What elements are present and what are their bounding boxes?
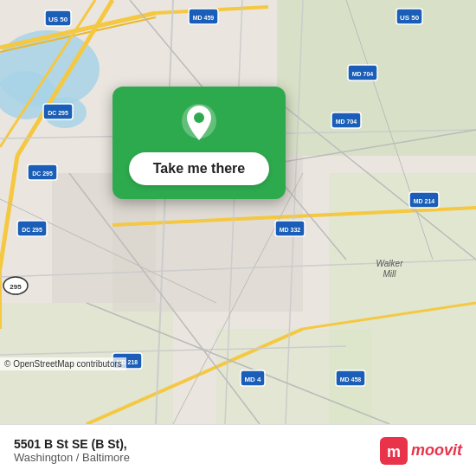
location-pin-icon (178, 102, 220, 144)
svg-text:Walker: Walker (376, 259, 404, 268)
svg-text:m: m (387, 443, 401, 460)
address-line: 5501 B St SE (B St), (14, 437, 380, 451)
svg-text:MD 704: MD 704 (352, 71, 374, 77)
city-line: Washington / Baltimore (14, 451, 380, 464)
address-container: 5501 B St SE (B St), Washington / Baltim… (14, 437, 380, 464)
attribution-text: © OpenStreetMap contributors (4, 359, 122, 369)
svg-text:DC 295: DC 295 (32, 170, 53, 177)
moovit-icon: m (380, 437, 408, 465)
svg-text:MD 332: MD 332 (280, 227, 301, 233)
svg-text:MD 4: MD 4 (244, 376, 261, 383)
svg-point-65 (194, 113, 204, 123)
svg-text:295: 295 (10, 283, 22, 291)
take-me-there-button[interactable]: Take me there (129, 152, 269, 185)
svg-text:DC 295: DC 295 (48, 110, 68, 116)
location-popup: Take me there (113, 87, 286, 199)
map-container: US 50 MD 459 US 50 MD 704 MD 704 DC 295 … (0, 0, 476, 424)
svg-text:US 50: US 50 (48, 16, 68, 23)
svg-text:MD 214: MD 214 (414, 198, 435, 204)
moovit-text: moovit (411, 441, 462, 460)
svg-text:US 50: US 50 (400, 14, 420, 22)
svg-text:MD 704: MD 704 (336, 119, 357, 125)
moovit-logo: m moovit (380, 437, 462, 465)
svg-text:MD 458: MD 458 (340, 376, 362, 383)
svg-text:MD 459: MD 459 (193, 15, 215, 21)
info-bar: 5501 B St SE (B St), Washington / Baltim… (0, 424, 476, 476)
map-attribution: © OpenStreetMap contributors (0, 357, 126, 370)
svg-text:Mill: Mill (383, 269, 397, 279)
svg-text:DC 295: DC 295 (22, 227, 42, 233)
